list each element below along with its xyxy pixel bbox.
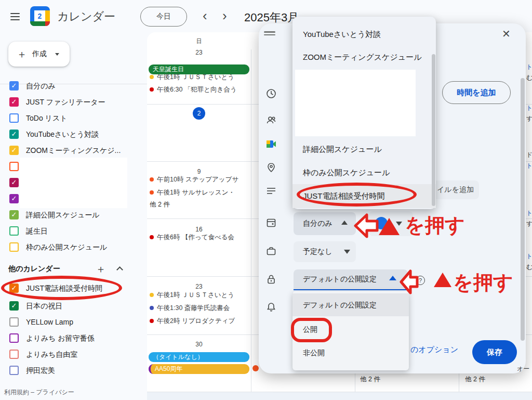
calendar-list-item[interactable]: YELLow Lamp <box>0 314 147 330</box>
location-icon <box>266 162 276 175</box>
today-date-circle[interactable]: 2 <box>193 107 205 120</box>
calendar-list-item[interactable]: よりみち自由室 <box>0 346 147 362</box>
chevron-left-icon[interactable]: ‹ <box>203 9 207 22</box>
menu-item[interactable]: 非公開 <box>303 349 325 358</box>
event-dot <box>150 75 154 79</box>
app-title: カレンダー <box>57 9 115 24</box>
event-item[interactable]: 午後2時 リプロダクティブ <box>150 316 250 326</box>
date-number[interactable]: 9 <box>173 168 225 175</box>
caret-up-icon[interactable] <box>389 276 396 280</box>
add-calendar-icon[interactable]: ＋ <box>96 262 106 276</box>
calendar-icon <box>266 217 276 230</box>
hamburger-menu-icon[interactable] <box>8 9 22 24</box>
event-item[interactable]: 午後6:30 「犯罪と向き合う <box>150 85 250 94</box>
menu-item[interactable]: デフォルトの公開設定 <box>303 301 377 310</box>
event-title: 午後6時 【作って食べる会 <box>157 233 234 242</box>
calendar-checkbox[interactable] <box>9 242 19 252</box>
more-events-link[interactable]: 他 2 件 <box>465 375 485 384</box>
today-button[interactable]: 今日 <box>140 7 187 27</box>
calendar-list-item[interactable]: ToDo リスト <box>0 110 147 126</box>
create-button-label: 作成 <box>32 49 47 59</box>
calendar-list-item[interactable]: よりみち お留守番係 <box>0 330 147 346</box>
dropdown-item[interactable]: YouTubeさいとう対談 <box>303 30 381 40</box>
event-item[interactable]: 午後1:30 斎藤学氏読書会 <box>150 303 250 313</box>
dropdown-item[interactable]: 枠のみ公開スケジュール <box>303 168 390 178</box>
calendar-list-item[interactable]: 誕生日 <box>0 223 147 239</box>
more-events-link[interactable]: 他 2 件 <box>150 200 170 209</box>
calendar-list-item[interactable]: ✓詳細公開スケジュール <box>0 207 147 223</box>
calendar-checkbox[interactable] <box>9 162 19 171</box>
calendar-list-item[interactable]: 押田宏美 <box>0 363 147 378</box>
annotation-arrow-left-icon <box>400 267 419 299</box>
date-number[interactable]: 16 <box>173 226 225 233</box>
calendar-label: 日本の祝日 <box>26 302 62 311</box>
calendar-list-item[interactable]: ✓自分のみ <box>0 78 147 94</box>
event-banner[interactable]: AA50周年 <box>149 364 249 374</box>
calendar-checkbox[interactable] <box>9 350 19 359</box>
calendar-checkbox[interactable] <box>9 113 19 123</box>
chevron-down-icon <box>55 53 59 56</box>
dropdown-item[interactable]: 詳細公開スケジュール <box>303 145 382 154</box>
chevron-right-icon[interactable]: › <box>222 9 227 22</box>
event-title-fragment: む <box>526 263 532 272</box>
calendar-checkbox[interactable]: ✓ <box>9 178 19 187</box>
calendar-label: 誕生日 <box>26 227 48 236</box>
calendar-list-item[interactable]: 枠のみ公開スケジュール <box>0 239 147 255</box>
calendar-checkbox[interactable] <box>9 226 19 236</box>
more-options-link[interactable]: のオプション <box>410 345 458 355</box>
save-button[interactable]: 保存 <box>472 340 517 364</box>
create-button[interactable]: ＋ 作成 <box>8 42 70 67</box>
drag-handle[interactable] <box>264 30 275 37</box>
calendar-checkbox[interactable]: ✓ <box>9 210 19 220</box>
calendar-checkbox[interactable] <box>9 333 19 343</box>
event-title: 午後2時 リプロダクティブ <box>157 317 235 326</box>
event-item[interactable]: 午後1時 サルサレッスン・ <box>150 188 250 197</box>
event-title-fragment: ト一 <box>526 62 532 71</box>
date-number[interactable]: 23 <box>173 49 225 56</box>
event-item[interactable]: 午後6時 【作って食べる会 <box>150 233 250 242</box>
event-dot <box>150 306 154 310</box>
dropdown-scrollbar[interactable] <box>432 54 435 206</box>
calendar-label: YELLow Lamp <box>26 318 73 326</box>
add-time-button[interactable]: 時間を追加 <box>442 81 511 104</box>
calendar-checkbox[interactable]: ✓ <box>9 97 19 107</box>
event-banner[interactable]: （タイトルなし） <box>149 352 249 362</box>
calendar-checkbox[interactable]: ✓ <box>9 81 19 91</box>
calendar-checkbox[interactable]: ✓ <box>9 146 19 155</box>
caret-up-icon[interactable] <box>341 221 348 225</box>
chevron-down-icon[interactable] <box>344 250 350 254</box>
dropdown-item[interactable]: ZOOMミーティングスケジュール <box>303 53 422 62</box>
date-number[interactable]: 30 <box>173 341 225 348</box>
event-title: 午後1時 サルサレッスン・ <box>157 188 235 197</box>
dialog-scrollbar[interactable] <box>521 78 525 341</box>
lock-icon <box>266 274 276 287</box>
event-item[interactable]: 午後1時 ＪＵＳＴさいとう <box>150 290 250 300</box>
calendar-label: 枠のみ公開スケジュール <box>26 243 107 252</box>
terms-privacy-links[interactable]: 利用規約 – プライバシー <box>4 388 74 397</box>
calendar-checkbox[interactable]: ✓ <box>9 130 19 139</box>
calendar-list-item[interactable]: ✓ZOOMミーティングスケジ... <box>0 143 147 158</box>
date-number[interactable]: 23 <box>173 283 225 290</box>
plus-icon: ＋ <box>17 47 27 61</box>
calendar-checkbox[interactable] <box>9 317 19 327</box>
calendar-label: 自分のみ <box>26 82 56 91</box>
event-title: 午後1:30 斎藤学氏読書会 <box>157 304 230 313</box>
calendar-label: YouTubeさいとう対談 <box>26 130 99 139</box>
calendar-checkbox[interactable]: ✓ <box>9 194 19 203</box>
calendar-list-item[interactable]: ✓YouTubeさいとう対談 <box>0 126 147 142</box>
calendar-list-item[interactable]: ✓JUST ファシリテーター <box>0 94 147 110</box>
calendar-label: よりみち自由室 <box>26 350 77 359</box>
event-item[interactable]: 午前10時 ステップアップサ <box>150 175 250 184</box>
more-events-link[interactable]: 他 2 件 <box>360 375 380 384</box>
event-item[interactable]: 午後1時 ＪＵＳＴさいとう <box>150 72 250 82</box>
weekday-header: 日 <box>173 37 225 45</box>
event-title-fragment: ト一 <box>526 209 532 217</box>
calendar-checkbox[interactable] <box>9 366 19 375</box>
annotation-triangle-icon <box>434 273 451 287</box>
day-divider <box>251 49 251 392</box>
appbar-left: 2 カレンダー <box>0 0 147 32</box>
event-title-fragment: ド教 <box>526 150 532 159</box>
calendar-list-item[interactable]: ✓日本の祝日 <box>0 298 147 314</box>
close-icon[interactable]: ✕ <box>502 28 511 40</box>
calendar-checkbox[interactable]: ✓ <box>9 301 19 311</box>
